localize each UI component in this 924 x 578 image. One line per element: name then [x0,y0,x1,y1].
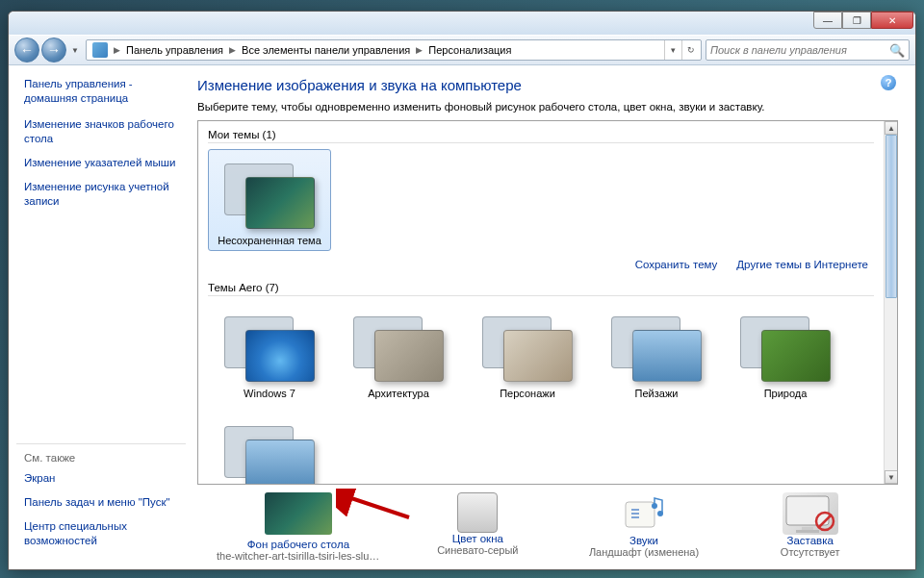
maximize-button[interactable]: ❐ [842,12,871,29]
bottom-label: Фон рабочего стола [247,539,349,550]
desktop-background-button[interactable]: Фон рабочего стола the-witcher-art-tsiri… [217,492,380,562]
personalization-window: — ❐ ✕ ← → ▼ ▶ Панель управления ▶ Все эл… [8,11,916,570]
section-my-themes: Мои темы (1) [208,125,874,143]
theme-label: Несохраненная тема [218,235,321,246]
svg-rect-0 [626,502,654,527]
see-also-title: См. также [24,452,186,464]
theme-characters[interactable]: Персонажи [466,302,589,404]
breadcrumb[interactable]: ▶ Панель управления ▶ Все элементы панел… [86,39,702,61]
navigation-bar: ← → ▼ ▶ Панель управления ▶ Все элементы… [9,35,915,65]
control-panel-icon [92,42,108,58]
breadcrumb-all-items[interactable]: Все элементы панели управления [238,44,414,56]
sidebar-link-desktop-icons[interactable]: Изменение значков рабочего стола [24,117,186,146]
theme-label: Архитектура [368,388,429,399]
theme-label: Windows 7 [244,388,295,399]
close-button[interactable]: ✕ [871,12,913,29]
main-panel: ? Изменение изображения и звука на компь… [193,65,915,569]
screensaver-icon [783,492,838,535]
sidebar-home-link[interactable]: Панель управления - домашняя страница [24,77,186,106]
window-color-button[interactable]: Цвет окна Синевато-серый [409,492,547,562]
screensaver-button[interactable]: Заставка Отсутствует [741,492,879,562]
bottom-sub: Ландшафт (изменена) [576,546,713,558]
chevron-right-icon: ▶ [414,45,424,55]
svg-rect-5 [796,530,819,533]
bottom-sub: Синевато-серый [409,544,547,556]
minimize-button[interactable]: — [813,12,842,29]
theme-nature[interactable]: Природа [724,302,847,404]
more-themes-link[interactable]: Другие темы в Интернете [736,259,868,270]
search-icon: 🔍 [889,43,905,58]
sidebar-link-account-picture[interactable]: Изменение рисунка учетной записи [24,180,186,209]
theme-windows7[interactable]: Windows 7 [208,302,331,404]
window-controls: — ❐ ✕ [813,12,913,29]
help-icon[interactable]: ? [881,75,896,90]
svg-rect-3 [786,496,829,525]
titlebar: — ❐ ✕ [9,12,915,35]
theme-label: Природа [764,388,808,399]
sounds-button[interactable]: Звуки Ландшафт (изменена) [576,492,713,562]
nav-forward-button[interactable]: → [41,38,66,63]
bottom-sub: the-witcher-art-tsirilla-tsiri-les-sluc.… [217,550,380,562]
nav-history-dropdown[interactable]: ▼ [68,39,82,61]
bottom-sub: Отсутствует [741,546,879,558]
wallpaper-preview-icon [265,492,332,535]
theme-landscapes[interactable]: Пейзажи [595,302,718,404]
breadcrumb-personalization[interactable]: Персонализация [424,44,515,56]
chevron-right-icon: ▶ [227,45,238,55]
bottom-label: Звуки [629,535,658,546]
sidebar-link-display[interactable]: Экран [24,471,186,486]
sidebar-link-taskbar[interactable]: Панель задач и меню "Пуск" [24,495,186,510]
bottom-label: Цвет окна [452,533,503,544]
settings-row: Фон рабочего стола the-witcher-art-tsiri… [197,485,898,565]
nav-back-button[interactable]: ← [14,38,39,63]
themes-list: Мои темы (1) Несохраненная тема Сохранит… [197,120,898,485]
see-also-section: См. также Экран Панель задач и меню "Пус… [16,443,186,558]
section-aero-themes: Темы Aero (7) [208,278,874,296]
nav-arrows: ← → ▼ [14,38,82,63]
window-color-icon [457,492,498,533]
sidebar-link-ease-of-access[interactable]: Центр специальных возможностей [24,519,186,548]
scrollbar[interactable]: ▲ ▼ [884,121,897,484]
svg-rect-4 [802,527,813,530]
theme-unsaved[interactable]: Несохраненная тема [208,149,331,251]
bottom-label: Заставка [786,535,833,546]
page-subtitle: Выберите тему, чтобы одновременно измени… [197,101,898,113]
scroll-down-button[interactable]: ▼ [885,470,898,484]
sounds-icon [620,492,668,535]
sidebar: Панель управления - домашняя страница Из… [9,65,193,569]
search-input[interactable] [710,44,889,56]
breadcrumb-control-panel[interactable]: Панель управления [122,44,227,56]
search-box[interactable]: 🔍 [706,39,910,61]
sidebar-link-mouse-pointers[interactable]: Изменение указателей мыши [24,156,186,170]
scroll-up-button[interactable]: ▲ [885,121,898,135]
theme-partial-row2[interactable] [208,412,331,484]
page-title: Изменение изображения и звука на компьют… [197,77,898,93]
save-theme-link[interactable]: Сохранить тему [635,259,718,270]
breadcrumb-dropdown[interactable]: ▾ [664,40,681,60]
scroll-thumb[interactable] [886,135,897,298]
theme-label: Пейзажи [635,388,679,399]
content-area: Панель управления - домашняя страница Из… [9,65,915,569]
chevron-right-icon: ▶ [112,45,122,55]
theme-label: Персонажи [500,388,555,399]
theme-architecture[interactable]: Архитектура [337,302,460,404]
refresh-button[interactable]: ↻ [681,40,699,60]
